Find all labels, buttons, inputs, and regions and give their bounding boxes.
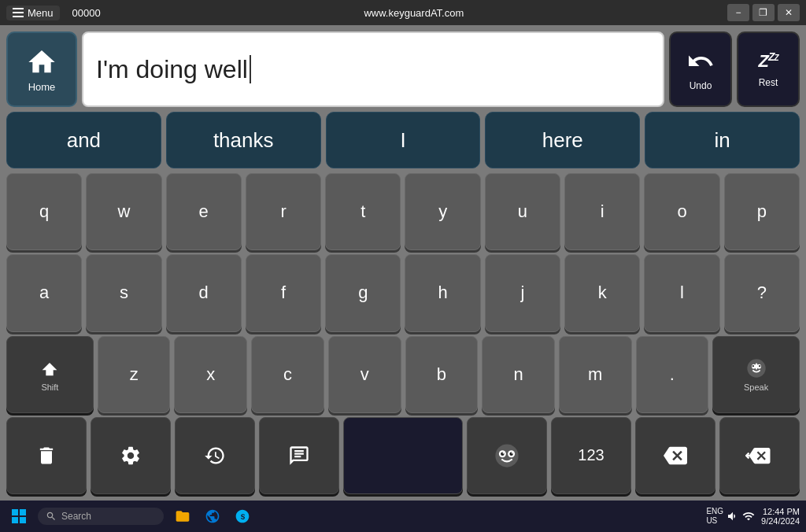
svg-point-5 xyxy=(495,444,518,467)
key-a[interactable]: a xyxy=(6,254,82,331)
titlebar: Menu 00000 www.keyguardAT.com − ❐ ✕ xyxy=(0,0,806,25)
aac-key[interactable] xyxy=(467,417,547,494)
key-u[interactable]: u xyxy=(485,173,560,250)
settings-key[interactable] xyxy=(91,417,171,494)
suggestion-in[interactable]: in xyxy=(645,112,800,168)
taskbar-edge[interactable] xyxy=(200,504,225,529)
key-t[interactable]: t xyxy=(325,173,401,250)
volume-icon[interactable] xyxy=(727,510,739,523)
keyboard-area: q w e r t y u i o p a s d f g h j k l ? xyxy=(6,173,800,494)
speak-icon xyxy=(745,357,767,379)
key-n[interactable]: n xyxy=(482,336,555,413)
taskbar-right: ENGUS 12:44 PM 9/24/2024 xyxy=(706,507,800,526)
key-g[interactable]: g xyxy=(325,254,401,331)
backspace-icon xyxy=(664,444,687,467)
minimize-button[interactable]: − xyxy=(727,4,749,21)
backspace-key[interactable] xyxy=(635,417,715,494)
taskbar-search[interactable]: Search xyxy=(38,508,164,525)
shift-label: Shift xyxy=(41,382,58,392)
folder-icon xyxy=(175,508,190,524)
history-key[interactable] xyxy=(175,417,255,494)
key-k[interactable]: k xyxy=(564,254,640,331)
key-s[interactable]: s xyxy=(86,254,161,331)
svg-rect-14 xyxy=(20,509,26,515)
window-controls: − ❐ ✕ xyxy=(727,4,800,21)
undo-button[interactable]: Undo xyxy=(669,31,732,107)
rest-button[interactable]: ZZZ Rest xyxy=(737,31,800,107)
home-icon xyxy=(26,46,57,78)
text-cursor xyxy=(250,55,251,83)
search-icon xyxy=(46,511,57,522)
text-display[interactable]: I'm doing well xyxy=(82,31,664,107)
key-p[interactable]: p xyxy=(724,173,800,250)
network-icon[interactable] xyxy=(742,510,755,523)
key-period[interactable]: . xyxy=(636,336,709,413)
time-display: 12:44 PM xyxy=(763,507,800,516)
app-title: 00000 xyxy=(72,7,101,19)
suggestion-and[interactable]: and xyxy=(6,112,161,168)
key-v[interactable]: v xyxy=(328,336,401,413)
key-o[interactable]: o xyxy=(644,173,719,250)
home-button[interactable]: Home xyxy=(6,31,77,107)
start-button[interactable] xyxy=(6,504,31,529)
windows-icon xyxy=(12,509,26,523)
key-z[interactable]: z xyxy=(98,336,171,413)
undo-label: Undo xyxy=(690,80,712,91)
app-url: www.keyguardAT.com xyxy=(364,7,464,19)
shift-key[interactable]: Shift xyxy=(6,336,94,413)
key-c[interactable]: c xyxy=(251,336,324,413)
suggestion-i[interactable]: I xyxy=(326,112,481,168)
svg-point-3 xyxy=(752,365,753,367)
keyboard-row-2: a s d f g h j k l ? xyxy=(6,254,800,331)
undo-icon xyxy=(686,47,715,76)
speak-key[interactable]: Speak xyxy=(712,336,800,413)
key-j[interactable]: j xyxy=(485,254,560,331)
key-h[interactable]: h xyxy=(405,254,480,331)
home-label: Home xyxy=(28,81,56,93)
clock[interactable]: 12:44 PM 9/24/2024 xyxy=(761,507,800,526)
key-d[interactable]: d xyxy=(166,254,242,331)
key-w[interactable]: w xyxy=(86,173,161,250)
numbers-key[interactable]: 123 xyxy=(551,417,631,494)
key-y[interactable]: y xyxy=(405,173,480,250)
key-r[interactable]: r xyxy=(246,173,321,250)
taskbar-apps xyxy=(170,504,255,529)
monster-icon xyxy=(493,441,521,470)
message-icon xyxy=(288,445,310,467)
keyboard-row-1: q w e r t y u i o p xyxy=(6,173,800,250)
key-l[interactable]: l xyxy=(644,254,719,331)
space-key[interactable] xyxy=(343,417,463,494)
shift-icon xyxy=(39,357,61,379)
zzz-icon: ZZZ xyxy=(758,50,778,72)
svg-point-4 xyxy=(759,365,760,367)
top-row: Home I'm doing well Undo ZZZ Rest xyxy=(6,31,800,107)
close-button[interactable]: ✕ xyxy=(778,4,800,21)
key-b[interactable]: b xyxy=(405,336,479,413)
rest-label: Rest xyxy=(759,77,778,88)
gear-icon xyxy=(120,445,142,467)
suggestion-row: and thanks I here in xyxy=(6,112,800,168)
key-m[interactable]: m xyxy=(559,336,632,413)
taskbar-skype[interactable] xyxy=(230,504,255,529)
delete-key[interactable] xyxy=(6,417,87,494)
menu-button[interactable]: Menu xyxy=(6,6,60,20)
skype-icon xyxy=(235,508,250,524)
key-x[interactable]: x xyxy=(174,336,247,413)
suggestion-thanks[interactable]: thanks xyxy=(166,112,321,168)
key-e[interactable]: e xyxy=(166,173,242,250)
svg-point-10 xyxy=(503,453,505,454)
restore-button[interactable]: ❐ xyxy=(752,4,775,21)
key-q[interactable]: q xyxy=(6,173,82,250)
svg-rect-16 xyxy=(20,517,26,523)
suggestion-here[interactable]: here xyxy=(485,112,640,168)
history-icon xyxy=(204,445,226,467)
search-placeholder: Search xyxy=(61,511,91,522)
word-backspace-key[interactable] xyxy=(719,417,800,494)
taskbar: Search ENGUS 12: xyxy=(0,501,806,532)
date-display: 9/24/2024 xyxy=(761,516,800,526)
message-key[interactable] xyxy=(259,417,339,494)
key-f[interactable]: f xyxy=(246,254,321,331)
key-i[interactable]: i xyxy=(564,173,640,250)
key-question[interactable]: ? xyxy=(724,254,800,331)
taskbar-folder[interactable] xyxy=(170,504,195,529)
